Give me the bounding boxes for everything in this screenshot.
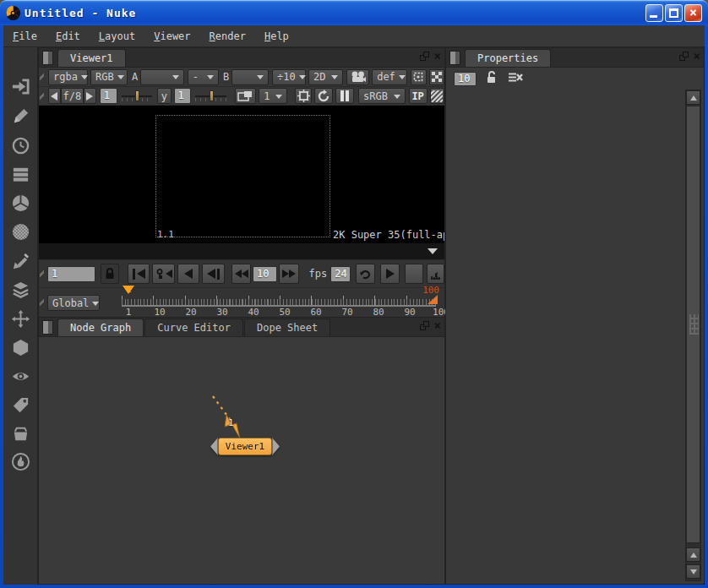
transform-nodes-icon[interactable] bbox=[10, 308, 31, 329]
viewer-colorspace-dropdown[interactable]: sRGB bbox=[358, 88, 406, 104]
slider-knob[interactable] bbox=[135, 90, 139, 101]
tab-viewer1[interactable]: Viewer1 bbox=[57, 49, 126, 67]
minimize-button[interactable] bbox=[645, 4, 663, 22]
node-graph-float-icon[interactable] bbox=[420, 321, 429, 330]
channels-dropdown[interactable]: rgba bbox=[48, 69, 88, 85]
properties-panel-menu-button[interactable] bbox=[449, 51, 460, 65]
title-bar[interactable]: Untitled - Nuke × bbox=[0, 0, 708, 25]
frame-increment-field[interactable]: 10 bbox=[253, 266, 277, 282]
menu-render[interactable]: Render bbox=[200, 27, 255, 46]
viewer-float-icon[interactable] bbox=[420, 52, 429, 61]
views-nodes-icon[interactable] bbox=[10, 366, 31, 387]
tab-dope-sheet[interactable]: Dope Sheet bbox=[244, 318, 330, 336]
row-grip[interactable] bbox=[40, 71, 44, 83]
color-nodes-icon[interactable] bbox=[10, 193, 31, 214]
tab-curve-editor[interactable]: Curve Editor bbox=[144, 318, 243, 336]
merge-nodes-icon[interactable] bbox=[10, 280, 31, 301]
range-end-marker[interactable] bbox=[428, 295, 438, 304]
row-grip[interactable] bbox=[40, 268, 44, 280]
gain-gamma-toggle-button[interactable] bbox=[295, 88, 312, 104]
3d-nodes-icon[interactable] bbox=[10, 337, 31, 358]
properties-float-icon[interactable] bbox=[679, 52, 689, 61]
menu-help[interactable]: Help bbox=[255, 27, 298, 46]
pause-button[interactable] bbox=[335, 88, 354, 104]
viewer-info-strip[interactable] bbox=[39, 243, 444, 260]
channel-nodes-icon[interactable] bbox=[10, 164, 31, 185]
input-process-button[interactable]: IP bbox=[409, 88, 428, 104]
max-panels-field[interactable]: 10 bbox=[454, 72, 477, 86]
playhead-marker[interactable]: 1 bbox=[120, 286, 137, 306]
wipe-mode-dropdown[interactable]: - bbox=[188, 69, 219, 85]
fstop-value[interactable]: f/8 bbox=[61, 88, 84, 104]
scrollbar-thumb[interactable] bbox=[686, 106, 700, 543]
input-b-dropdown[interactable] bbox=[231, 69, 269, 85]
view-mode-dropdown[interactable]: 2D bbox=[308, 69, 343, 85]
step-back-button[interactable] bbox=[202, 264, 225, 284]
metadata-nodes-icon[interactable] bbox=[10, 395, 31, 416]
chevron-down-icon[interactable] bbox=[428, 248, 438, 259]
stereo-view-dropdown[interactable]: def bbox=[372, 69, 407, 85]
downrez-dropdown[interactable]: ÷10 bbox=[272, 69, 306, 85]
jump-back-button[interactable] bbox=[231, 264, 251, 284]
filter-nodes-icon[interactable] bbox=[10, 221, 31, 242]
gain-field[interactable]: 1 bbox=[100, 88, 117, 104]
gain-slider[interactable] bbox=[122, 90, 152, 103]
maximize-button[interactable] bbox=[665, 4, 683, 22]
lock-panels-button[interactable] bbox=[486, 71, 498, 86]
fstop-increment-button[interactable] bbox=[84, 88, 96, 104]
play-forward-button[interactable] bbox=[380, 264, 400, 284]
previous-keyframe-button[interactable] bbox=[152, 264, 175, 284]
row-grip[interactable] bbox=[40, 90, 44, 102]
cliptest-button[interactable] bbox=[430, 88, 444, 104]
other-nodes-icon[interactable] bbox=[10, 423, 31, 444]
monitor-number-dropdown[interactable]: 1 bbox=[259, 88, 287, 104]
keyer-nodes-icon[interactable] bbox=[10, 251, 31, 272]
slider-knob[interactable] bbox=[210, 90, 214, 101]
camera-button[interactable] bbox=[346, 69, 369, 85]
input-a-dropdown[interactable] bbox=[140, 69, 184, 85]
gamma-toggle-button[interactable]: y bbox=[157, 88, 172, 104]
blank-button[interactable] bbox=[405, 264, 422, 284]
tab-node-graph[interactable]: Node Graph bbox=[57, 318, 144, 336]
node-graph-close-icon[interactable]: × bbox=[434, 320, 441, 330]
timeline-ruler[interactable]: 1 10 20 30 40 50 60 70 80 90 100 1 100 bbox=[122, 288, 436, 318]
close-button[interactable]: × bbox=[684, 4, 702, 22]
playback-mode-button[interactable] bbox=[427, 264, 444, 284]
jump-forward-button[interactable] bbox=[279, 264, 298, 284]
properties-close-icon[interactable]: × bbox=[694, 51, 700, 61]
node-graph-panel-menu-button[interactable] bbox=[42, 320, 53, 335]
menu-edit[interactable]: Edit bbox=[46, 27, 90, 46]
fps-field[interactable]: 24 bbox=[330, 266, 351, 282]
properties-scrollbar[interactable] bbox=[685, 90, 701, 581]
tab-properties[interactable]: Properties bbox=[465, 49, 551, 67]
viewer-panel-menu-button[interactable] bbox=[42, 51, 53, 65]
draw-nodes-icon[interactable] bbox=[10, 106, 31, 127]
loop-mode-button[interactable] bbox=[356, 264, 375, 284]
particles-nodes-icon[interactable] bbox=[10, 451, 31, 472]
frame-lock-button[interactable] bbox=[101, 264, 118, 284]
play-backward-button[interactable] bbox=[177, 264, 200, 284]
node-graph-canvas[interactable]: 1 Viewer1 bbox=[39, 337, 444, 584]
update-button[interactable] bbox=[314, 88, 333, 104]
viewer-close-icon[interactable]: × bbox=[434, 51, 441, 61]
current-frame-field[interactable]: 1 bbox=[47, 266, 95, 282]
gamma-slider[interactable] bbox=[195, 90, 226, 103]
clear-all-panels-button[interactable] bbox=[508, 72, 523, 85]
monitor-output-button[interactable] bbox=[235, 88, 257, 104]
viewer-canvas[interactable]: 1.1 2K Super 35(full-ap) bbox=[39, 106, 444, 243]
viewer1-node[interactable]: Viewer1 bbox=[210, 438, 280, 455]
row-grip[interactable] bbox=[40, 297, 44, 308]
time-nodes-icon[interactable] bbox=[10, 135, 31, 156]
roi-button[interactable] bbox=[411, 69, 426, 85]
range-mode-dropdown[interactable]: Global bbox=[47, 295, 100, 311]
scrollbar-up-button[interactable] bbox=[686, 90, 700, 105]
scrollbar-down-button[interactable] bbox=[686, 564, 700, 579]
scrollbar-up-button-2[interactable] bbox=[686, 547, 700, 562]
menu-viewer[interactable]: Viewer bbox=[144, 27, 199, 46]
proxy-toggle-button[interactable] bbox=[429, 69, 444, 85]
image-nodes-icon[interactable] bbox=[10, 76, 31, 97]
menu-layout[interactable]: Layout bbox=[90, 27, 144, 46]
fstop-decrement-button[interactable] bbox=[48, 88, 61, 104]
gamma-field[interactable]: 1 bbox=[174, 88, 192, 104]
goto-start-button[interactable] bbox=[128, 264, 150, 284]
